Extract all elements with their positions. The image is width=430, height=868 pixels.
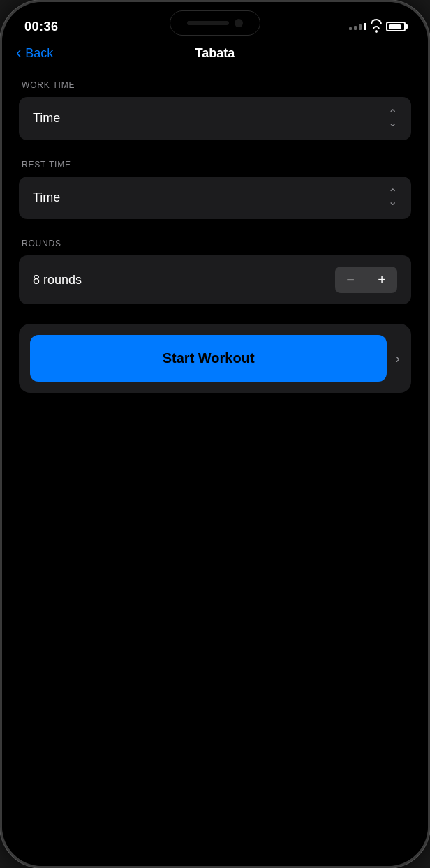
screen: 00:36 ‹ xyxy=(2,2,428,866)
status-icons xyxy=(349,19,406,34)
speaker xyxy=(187,21,229,25)
status-time: 00:36 xyxy=(24,20,59,34)
rest-time-picker[interactable]: Time ⌃⌄ xyxy=(19,177,411,220)
start-chevron-icon: › xyxy=(395,350,400,366)
battery-fill xyxy=(389,24,401,29)
back-button[interactable]: ‹ Back xyxy=(16,45,53,61)
work-time-picker[interactable]: Time ⌃⌄ xyxy=(19,97,411,140)
rest-time-section: REST TIME Time ⌃⌄ xyxy=(19,160,411,220)
start-section: Start Workout › xyxy=(19,324,411,393)
content-area: WORK TIME Time ⌃⌄ REST TIME Time ⌃⌄ ROUN… xyxy=(2,66,428,407)
work-time-chevron-icon: ⌃⌄ xyxy=(388,110,397,128)
camera xyxy=(235,19,243,27)
page-title: Tabata xyxy=(195,46,235,61)
rounds-value: 8 rounds xyxy=(33,273,82,287)
nav-bar: ‹ Back Tabata xyxy=(2,40,428,66)
start-button-row: Start Workout › xyxy=(30,335,400,382)
rounds-section: ROUNDS 8 rounds − + xyxy=(19,239,411,304)
work-time-value: Time xyxy=(33,111,60,126)
rest-time-label: REST TIME xyxy=(19,160,411,170)
start-workout-button[interactable]: Start Workout xyxy=(30,335,387,382)
back-chevron-icon: ‹ xyxy=(16,45,21,61)
battery-icon xyxy=(386,22,406,31)
rounds-label: ROUNDS xyxy=(19,239,411,248)
rounds-decrement-button[interactable]: − xyxy=(335,267,366,293)
work-time-label: WORK TIME xyxy=(19,80,411,90)
signal-icon xyxy=(349,23,366,30)
work-time-section: WORK TIME Time ⌃⌄ xyxy=(19,80,411,140)
rounds-increment-button[interactable]: + xyxy=(366,267,397,293)
status-bar: 00:36 xyxy=(2,2,428,40)
dynamic-island xyxy=(170,10,260,36)
rounds-row: 8 rounds − + xyxy=(19,255,411,304)
rest-time-value: Time xyxy=(33,190,60,205)
rest-time-chevron-icon: ⌃⌄ xyxy=(388,189,397,207)
back-label: Back xyxy=(25,46,53,61)
rounds-stepper: − + xyxy=(335,267,397,293)
phone-frame: 00:36 ‹ xyxy=(0,0,430,868)
start-workout-label: Start Workout xyxy=(163,350,255,366)
wifi-icon xyxy=(371,19,382,34)
